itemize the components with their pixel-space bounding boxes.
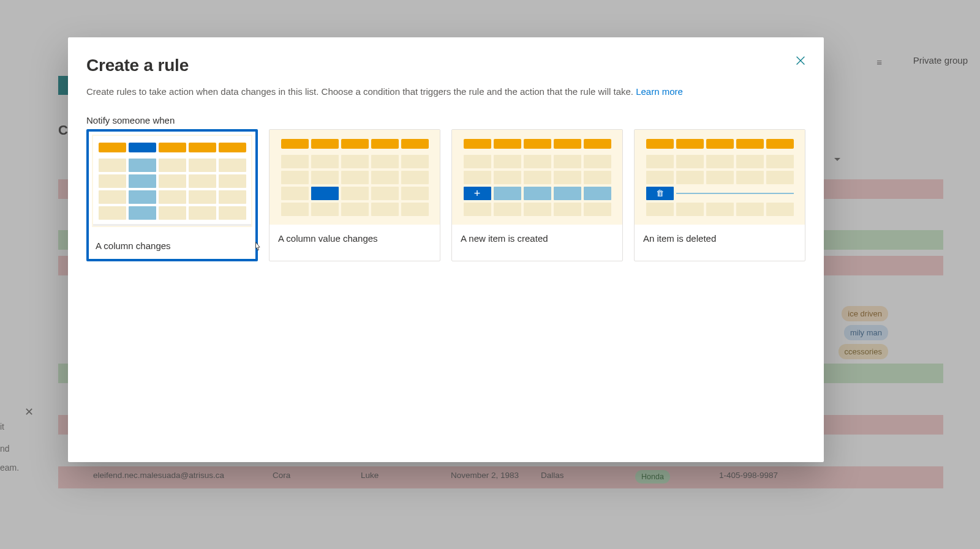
plus-icon: + — [464, 187, 491, 200]
modal-description-text: Create rules to take action when data ch… — [86, 86, 636, 97]
rule-card-illustration — [270, 130, 440, 225]
rule-card-illustration: + — [452, 130, 622, 225]
rule-card-new-item[interactable]: + A new item is created — [451, 129, 623, 261]
rule-card-label: A column value changes — [270, 225, 440, 253]
rule-card-column-value-changes[interactable]: A column value changes — [269, 129, 440, 261]
close-icon — [796, 56, 805, 65]
rule-type-cards: A column changes A column value changes — [86, 129, 805, 261]
rule-card-label: A new item is created — [452, 225, 622, 253]
close-button[interactable] — [791, 51, 810, 70]
rule-card-label: An item is deleted — [635, 225, 805, 253]
modal-title: Create a rule — [86, 56, 805, 75]
rule-card-illustration: 🗑 — [635, 130, 805, 225]
trash-icon: 🗑 — [646, 187, 674, 200]
rule-card-item-deleted[interactable]: 🗑 An item is deleted — [634, 129, 805, 261]
rule-card-column-changes[interactable]: A column changes — [86, 129, 258, 261]
learn-more-link[interactable]: Learn more — [636, 86, 683, 97]
rule-card-illustration — [92, 135, 252, 227]
create-rule-modal: Create a rule Create rules to take actio… — [68, 37, 824, 462]
strike-line — [676, 193, 794, 194]
rule-card-label: A column changes — [87, 232, 257, 261]
modal-description: Create rules to take action when data ch… — [86, 86, 805, 97]
section-heading: Notify someone when — [86, 115, 805, 125]
